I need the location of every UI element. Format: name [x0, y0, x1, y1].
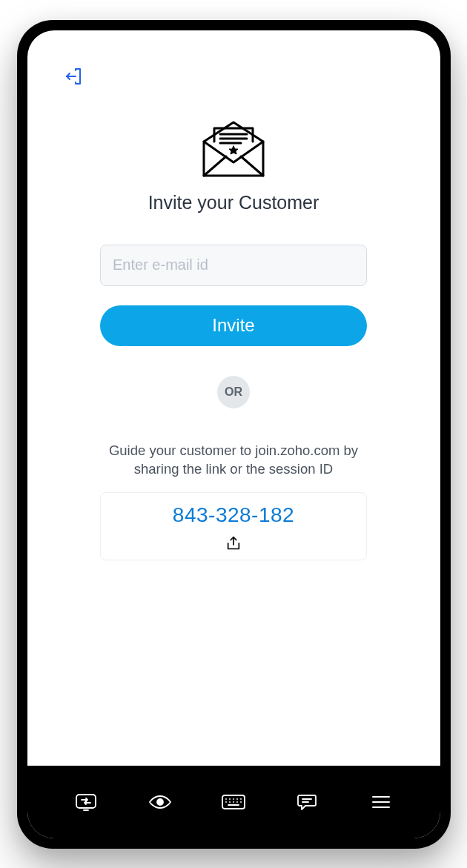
nav-menu-icon[interactable]: [365, 786, 397, 818]
svg-point-8: [157, 799, 163, 805]
svg-marker-4: [229, 146, 238, 154]
page-title: Invite your Customer: [148, 192, 319, 213]
nav-view-icon[interactable]: [144, 786, 176, 818]
nav-switch-icon[interactable]: [70, 786, 102, 818]
phone-frame: Invite your Customer Invite OR Guide you…: [17, 20, 451, 849]
email-field[interactable]: [100, 245, 367, 286]
bottom-nav: [27, 766, 440, 838]
guide-text: Guide your customer to join.zoho.com by …: [93, 441, 374, 480]
nav-chat-icon[interactable]: [291, 786, 323, 818]
share-icon[interactable]: [225, 534, 242, 552]
session-id[interactable]: 843-328-182: [173, 503, 294, 527]
header-row: [63, 66, 440, 87]
nav-keyboard-icon[interactable]: [217, 786, 250, 818]
screen: Invite your Customer Invite OR Guide you…: [27, 30, 440, 838]
invite-button[interactable]: Invite: [100, 305, 367, 346]
main-content: Invite your Customer Invite OR Guide you…: [27, 30, 440, 766]
session-box: 843-328-182: [100, 492, 367, 560]
envelope-icon: [198, 119, 269, 179]
back-icon[interactable]: [63, 66, 84, 87]
or-divider: OR: [217, 376, 250, 408]
